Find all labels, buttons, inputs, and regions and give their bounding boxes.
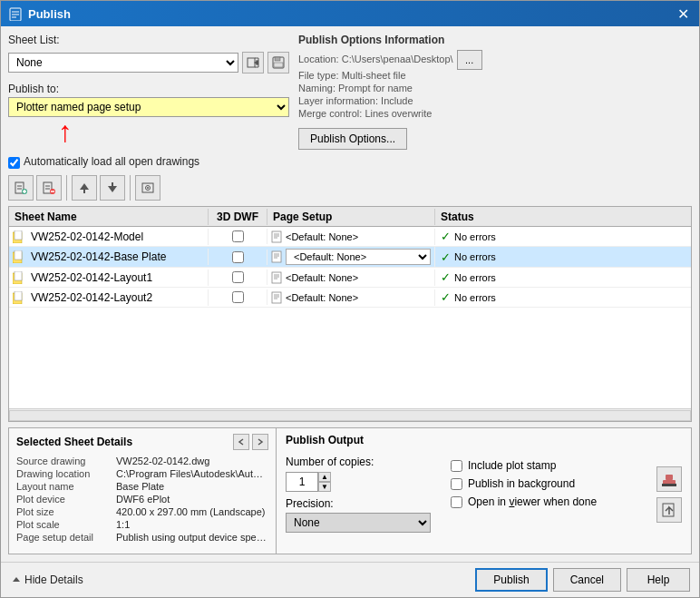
add-sheet-button[interactable] — [8, 175, 34, 201]
page-setup-icon — [271, 271, 284, 284]
publish-background-checkbox[interactable] — [451, 478, 462, 490]
layer-row: Layer information: Include — [298, 95, 692, 106]
cell-3ddwf[interactable] — [209, 250, 267, 265]
output-left: Number of copies: ▲ ▼ Precision: None — [286, 456, 440, 533]
publish-to-row: Plotter named page setupPDFDWFDWFx — [8, 97, 289, 117]
top-section: Sheet List: None — [8, 34, 692, 201]
page-setup-icon — [271, 250, 284, 263]
detail-row: Layout name Base Plate — [16, 481, 268, 492]
publish-button[interactable]: Publish — [475, 568, 547, 592]
publish-to-label: Publish to: — [8, 83, 289, 95]
move-up-button[interactable] — [72, 175, 97, 201]
auto-load-checkbox[interactable] — [8, 157, 20, 169]
stamp-icon — [661, 471, 677, 487]
move-up-icon — [77, 181, 92, 195]
stamp-icon-button[interactable] — [656, 466, 682, 492]
svg-marker-23 — [108, 186, 117, 192]
detail-icon-next[interactable] — [252, 434, 268, 450]
title-bar: Publish ✕ — [1, 1, 699, 26]
copies-down-button[interactable]: ▼ — [318, 482, 331, 492]
svg-rect-35 — [15, 250, 22, 260]
precision-label: Precision: — [286, 497, 440, 510]
remove-sheet-button[interactable] — [36, 175, 62, 201]
table-row[interactable]: VW252-02-0142-Layout2 <Default: None> — [9, 288, 691, 308]
detail-icon-prev[interactable] — [233, 434, 249, 450]
include-stamp-checkbox[interactable] — [451, 460, 462, 472]
cell-3ddwf[interactable] — [209, 289, 267, 305]
publish-options-info: Publish Options Information Location: C:… — [298, 34, 692, 150]
3ddwf-checkbox[interactable] — [232, 291, 244, 303]
svg-rect-29 — [15, 230, 22, 240]
preview-button[interactable] — [135, 175, 160, 201]
svg-rect-56 — [662, 484, 676, 486]
cancel-button[interactable]: Cancel — [553, 568, 621, 592]
left-panel: Sheet List: None — [8, 34, 289, 201]
move-down-icon — [105, 181, 120, 195]
col-header-3ddwf: 3D DWF — [209, 209, 267, 225]
checkboxes-col: Include plot stamp Publish in background… — [451, 459, 640, 508]
svg-rect-47 — [15, 291, 22, 300]
save-sheet-list-button[interactable] — [267, 52, 289, 74]
horizontal-scrollbar[interactable] — [9, 410, 691, 421]
copies-label: Number of copies: — [286, 456, 440, 468]
save-icon — [272, 56, 285, 69]
detail-row: Plot size 420.00 x 297.00 mm (Landscape) — [16, 506, 268, 517]
publish-to-select[interactable]: Plotter named page setupPDFDWFDWFx — [8, 97, 289, 117]
page-setup-select[interactable]: <Default: None> — [286, 249, 431, 265]
bottom-section: Selected Sheet Details — [8, 427, 692, 554]
sheet-list-select[interactable]: None — [8, 53, 238, 73]
open-viewer-checkbox[interactable] — [451, 496, 462, 508]
browse-location-button[interactable]: ... — [457, 50, 482, 70]
footer-left: Hide Details — [10, 572, 470, 588]
help-button[interactable]: Help — [627, 568, 690, 592]
toolbar-separator — [66, 175, 67, 201]
output-side-icons — [656, 456, 682, 533]
arrow-indicator: ↑ — [8, 121, 289, 150]
svg-rect-36 — [272, 251, 281, 262]
table-row[interactable]: VW252-02-0142-Model <Default: None> — [9, 227, 691, 247]
precision-select[interactable]: None — [286, 513, 431, 533]
publish-output-panel: Publish Output Number of copies: ▲ ▼ — [277, 428, 691, 554]
copies-up-button[interactable]: ▲ — [318, 472, 331, 482]
hide-details-button[interactable]: Hide Details — [10, 572, 85, 588]
table-row[interactable]: VW252-02-0142-Base Plate <Defa — [9, 247, 691, 268]
col-header-page-setup: Page Setup — [267, 209, 435, 225]
detail-row: Page setup detail Publish using output d… — [16, 532, 268, 543]
background-icon-button[interactable] — [656, 497, 682, 523]
col-header-status: Status — [435, 209, 691, 225]
publish-options-button[interactable]: Publish Options... — [298, 128, 407, 150]
table-scrollbar[interactable] — [9, 408, 691, 421]
cell-3ddwf[interactable] — [209, 270, 267, 285]
chevron-up-icon — [12, 575, 21, 584]
cell-3ddwf[interactable] — [209, 229, 267, 244]
title-bar-left: Publish — [8, 6, 71, 21]
load-sheet-list-button[interactable] — [242, 52, 264, 74]
sheet-list-row: None — [8, 52, 289, 74]
svg-rect-8 — [275, 57, 280, 61]
cell-sheet-name: VW252-02-0142-Layout1 — [9, 270, 209, 286]
sheet-details-icons — [233, 434, 268, 450]
next-icon — [256, 437, 265, 446]
svg-marker-59 — [13, 577, 20, 582]
naming-row: Naming: Prompt for name — [298, 83, 692, 93]
include-stamp-option: Include plot stamp — [451, 459, 640, 472]
table-row[interactable]: VW252-02-0142-Layout1 <Default: None> — [9, 268, 691, 288]
hide-details-label: Hide Details — [24, 573, 83, 586]
3ddwf-checkbox[interactable] — [232, 251, 244, 263]
location-row: Location: C:\Users\penaa\Desktop\ ... — [298, 50, 692, 70]
publish-options-title: Publish Options Information — [298, 34, 692, 46]
sheet-icon — [13, 271, 27, 284]
file-type-row: File type: Multi-sheet file — [298, 70, 692, 81]
copies-input-row: ▲ ▼ — [286, 472, 440, 492]
3ddwf-checkbox[interactable] — [232, 230, 244, 242]
copies-input[interactable] — [286, 472, 318, 492]
svg-rect-55 — [666, 475, 673, 480]
red-arrow-icon: ↑ — [58, 117, 73, 146]
close-button[interactable]: ✕ — [674, 5, 692, 23]
sheet-icon — [13, 291, 27, 304]
3ddwf-checkbox[interactable] — [232, 271, 244, 283]
move-down-button[interactable] — [100, 175, 125, 201]
cell-sheet-name: VW252-02-0142-Base Plate — [9, 249, 209, 265]
table-header: Sheet Name 3D DWF Page Setup Status — [9, 207, 691, 227]
sheets-table: Sheet Name 3D DWF Page Setup Status VW25… — [8, 206, 692, 422]
